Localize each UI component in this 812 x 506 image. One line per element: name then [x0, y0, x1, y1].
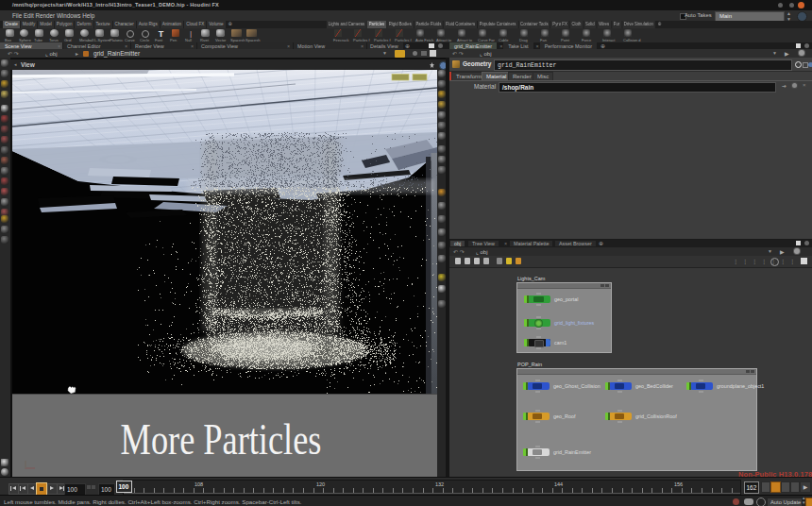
svg-text:More Particles: More Particles — [121, 414, 322, 463]
